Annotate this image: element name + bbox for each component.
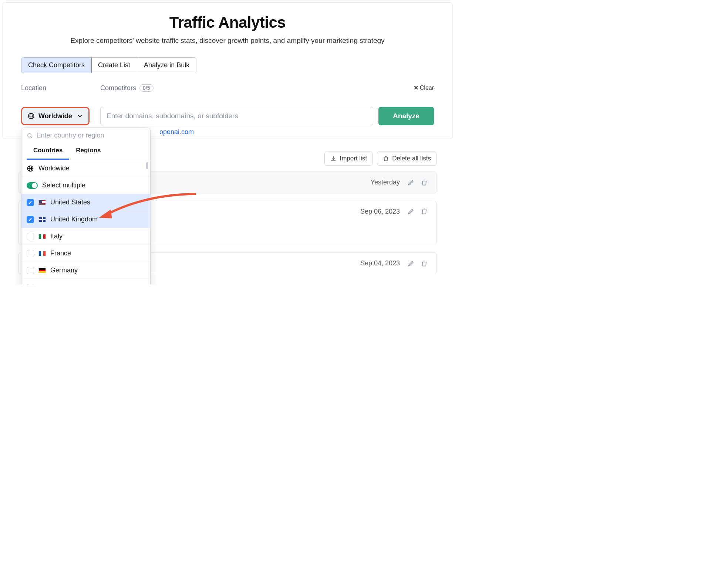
dropdown-item-label: Worldwide [38,164,70,172]
toggle-on-icon [27,182,38,189]
location-label: Location [21,84,95,92]
competitors-label: Competitors 0/5 [100,84,373,92]
download-icon [330,155,337,162]
clear-label: Clear [420,85,434,91]
import-list-button[interactable]: Import list [324,152,373,166]
search-icon [27,132,33,139]
flag-icon-fr [38,251,46,256]
checkbox-empty-icon [27,284,34,285]
dropdown-tab-regions[interactable]: Regions [69,143,107,160]
row-date: Sep 04, 2023 [360,259,400,267]
dropdown-item-france[interactable]: France [21,245,150,262]
page-title: Traffic Analytics [21,14,434,31]
dropdown-search-input[interactable] [37,132,145,139]
svg-point-2 [28,133,31,137]
trash-icon [382,155,389,162]
edit-icon[interactable] [407,260,415,267]
flag-icon-it [38,234,46,239]
dropdown-tab-countries[interactable]: Countries [27,143,69,160]
trash-icon[interactable] [421,208,428,215]
tab-analyze-bulk[interactable]: Analyze in Bulk [137,58,196,73]
dropdown-item-us[interactable]: ✓ United States [21,194,150,211]
competitors-label-text: Competitors [100,84,136,92]
competitors-count-pill: 0/5 [139,84,153,92]
flag-icon-uk [38,217,46,222]
dropdown-item-label: United States [50,198,90,206]
svg-line-3 [31,137,32,138]
delete-all-lists-button[interactable]: Delete all lists [377,152,437,166]
analytics-card: Traffic Analytics Explore competitors' w… [2,2,453,139]
dropdown-item-uk[interactable]: ✓ United Kingdom [21,211,150,228]
select-multiple-label: Select multiple [42,181,85,189]
flag-icon-de [38,268,46,273]
checkbox-checked-icon: ✓ [27,216,34,223]
checkbox-empty-icon [27,250,34,257]
dropdown-item-italy[interactable]: Italy [21,228,150,245]
close-icon: ✕ [414,85,418,91]
dropdown-tabs: Countries Regions [21,143,150,160]
analyze-button[interactable]: Analyze [378,107,434,125]
clear-button[interactable]: ✕Clear [378,84,434,96]
dropdown-select-multiple[interactable]: Select multiple [21,177,150,194]
edit-icon[interactable] [407,208,415,215]
tab-create-list[interactable]: Create List [91,58,137,73]
globe-icon [27,165,34,172]
dropdown-item-label: Italy [50,232,63,240]
page-subtitle: Explore competitors' website traffic sta… [21,37,434,45]
dropdown-search [21,128,150,143]
dropdown-item-afghanistan[interactable]: Afghanistan [21,279,150,285]
row-date: Sep 06, 2023 [360,208,400,215]
globe-icon [27,112,35,120]
dropdown-item-label: France [50,249,71,257]
trash-icon[interactable] [421,179,428,186]
import-list-label: Import list [340,155,367,162]
chevron-down-icon [77,113,83,119]
checkbox-empty-icon [27,267,34,274]
delete-all-label: Delete all lists [392,155,431,162]
dropdown-item-label: United Kingdom [50,215,98,223]
trash-icon[interactable] [421,260,428,267]
scrollbar-thumb[interactable] [146,162,148,169]
tab-check-competitors[interactable]: Check Competitors [21,57,92,73]
checkbox-empty-icon [27,233,34,240]
dropdown-item-label: Afghanistan [50,283,85,285]
dropdown-item-germany[interactable]: Germany [21,262,150,279]
domain-suggestion[interactable]: openai.com [159,128,194,136]
location-dropdown-button[interactable]: Worldwide [21,107,90,125]
location-dropdown: Countries Regions Worldwide Select multi… [21,128,151,285]
dropdown-item-label: Germany [50,266,78,274]
mode-tabs: Check Competitors Create List Analyze in… [21,57,196,73]
edit-icon[interactable] [407,179,415,186]
dropdown-item-worldwide[interactable]: Worldwide [21,160,150,177]
flag-icon-us [38,200,46,205]
competitors-input[interactable] [100,107,373,125]
location-value: Worldwide [38,112,72,120]
dropdown-list: Worldwide Select multiple ✓ United State… [21,160,150,285]
checkbox-checked-icon: ✓ [27,199,34,206]
row-date: Yesterday [371,179,400,186]
